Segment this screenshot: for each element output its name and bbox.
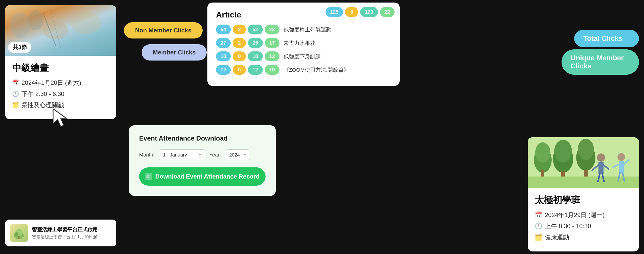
badge-nonmember-4: 0 <box>233 65 246 75</box>
article-text-2: 朱古力水果花 <box>284 40 315 47</box>
article-top-badges: 125 5 120 22 <box>326 7 395 17</box>
event-card: 共3節 中級繪畫 📅 2024年1月20日 (週六) 🕐 下午 2:30 - 6… <box>5 5 116 119</box>
year-select[interactable]: 2023 2024 2025 <box>225 149 250 160</box>
badge-member-1: 52 <box>248 25 263 34</box>
news-banner-image <box>10 224 28 242</box>
badge-member-4: 12 <box>248 65 263 75</box>
top-badge-nonmember: 5 <box>345 7 358 17</box>
download-attendance-button[interactable]: X Download Event Attendance Record <box>139 167 266 186</box>
badge-total-1: 54 <box>216 25 231 34</box>
taichi-card-body: 太極初學班 📅 2024年1月29日 (週一) 🕐 上午 8:30 - 10:3… <box>528 188 639 251</box>
article-row: 18 0 18 12 低強度下身訓練 <box>216 51 391 61</box>
svg-text:X: X <box>146 174 149 179</box>
article-row: 54 2 52 22 低強度椅上帶氧運動 <box>216 25 391 34</box>
badge-unique-3: 12 <box>265 51 280 61</box>
badge-unique-1: 22 <box>265 25 280 34</box>
svg-point-9 <box>14 232 18 236</box>
taichi-card: 太極初學班 📅 2024年1月29日 (週一) 🕐 上午 8:30 - 10:3… <box>528 137 639 251</box>
svg-point-2 <box>43 22 68 39</box>
svg-point-1 <box>28 10 43 30</box>
event-card-image: 共3節 <box>5 5 116 56</box>
taichi-card-image <box>528 137 639 188</box>
taichi-clock-icon: 🕐 <box>535 223 542 230</box>
svg-point-21 <box>578 139 594 160</box>
taichi-date: 📅 2024年1月29日 (週一) <box>535 211 632 219</box>
svg-rect-23 <box>528 177 639 188</box>
badge-member-2: 25 <box>248 38 263 48</box>
excel-icon: X <box>145 173 152 180</box>
svg-marker-6 <box>53 109 66 127</box>
svg-point-18 <box>554 140 572 163</box>
year-label: Year: <box>209 152 221 158</box>
svg-rect-10 <box>18 236 19 239</box>
badge-total-2: 27 <box>216 38 231 48</box>
calendar-icon: 📅 <box>12 80 19 86</box>
news-banner-content: 智靈活線上學習平台正式啟用 智靈活線上學習平台由11月10日起 <box>32 226 98 240</box>
news-banner[interactable]: 智靈活線上學習平台正式啟用 智靈活線上學習平台由11月10日起 <box>5 220 116 246</box>
unique-member-clicks-label: Unique Member Clicks <box>562 49 639 75</box>
article-panel: Article 125 5 120 22 54 2 52 22 低強度椅上帶氧運… <box>207 3 400 86</box>
badge-nonmember-1: 2 <box>233 25 246 34</box>
svg-point-24 <box>597 153 605 162</box>
top-badge-member: 120 <box>360 7 378 17</box>
total-clicks-label: Total Clicks <box>574 30 639 47</box>
badge-unique-2: 17 <box>265 38 280 48</box>
article-text-4: 《ZOOM使用方法:開啟篇》 <box>284 66 349 73</box>
svg-point-15 <box>535 142 550 163</box>
event-title: 中級繪畫 <box>12 62 109 74</box>
svg-rect-25 <box>598 162 604 174</box>
badge-total-4: 12 <box>216 65 231 75</box>
svg-rect-31 <box>619 161 624 173</box>
article-row: 27 2 25 17 朱古力水果花 <box>216 38 391 48</box>
category-icon: 🗂️ <box>12 102 19 108</box>
month-select[interactable]: 1 - January 2 - February 3 - March 4 - A… <box>159 149 205 160</box>
month-label: Month: <box>139 152 155 158</box>
badge-member-3: 18 <box>248 51 263 61</box>
clock-icon: 🕐 <box>12 91 19 97</box>
taichi-category: 🗂️ 健康運動 <box>535 233 632 241</box>
taichi-category-icon: 🗂️ <box>535 234 542 241</box>
taichi-time: 🕐 上午 8:30 - 10:30 <box>535 222 632 230</box>
badge-nonmember-3: 0 <box>233 51 246 61</box>
svg-point-30 <box>617 153 625 161</box>
attendance-panel: Event Attendance Download Month: 1 - Jan… <box>129 125 276 196</box>
event-sessions-badge: 共3節 <box>8 42 31 53</box>
top-badge-total: 125 <box>326 7 343 17</box>
badge-nonmember-2: 2 <box>233 38 246 48</box>
event-date: 📅 2024年1月20日 (週六) <box>12 79 109 87</box>
non-member-clicks-button[interactable]: Non Member Clicks <box>124 22 203 38</box>
attendance-form-row: Month: 1 - January 2 - February 3 - Marc… <box>139 149 266 160</box>
article-row: 12 0 12 10 《ZOOM使用方法:開啟篇》 <box>216 65 391 75</box>
svg-point-3 <box>71 11 101 34</box>
top-badge-unique: 22 <box>380 7 395 17</box>
news-title: 智靈活線上學習平台正式啟用 <box>32 226 98 233</box>
news-subtitle: 智靈活線上學習平台由11月10日起 <box>32 234 98 240</box>
event-time: 🕐 下午 2:30 - 6:30 <box>12 90 109 98</box>
svg-point-0 <box>10 13 30 38</box>
taichi-calendar-icon: 📅 <box>535 211 542 219</box>
attendance-panel-title: Event Attendance Download <box>139 134 266 142</box>
article-text-1: 低強度椅上帶氧運動 <box>284 26 331 33</box>
badge-total-3: 18 <box>216 51 231 61</box>
badge-unique-4: 10 <box>265 65 280 75</box>
download-button-label: Download Event Attendance Record <box>155 173 260 180</box>
member-clicks-button[interactable]: Member Clicks <box>142 44 207 61</box>
taichi-title: 太極初學班 <box>535 194 632 206</box>
article-text-3: 低強度下身訓練 <box>284 53 321 60</box>
